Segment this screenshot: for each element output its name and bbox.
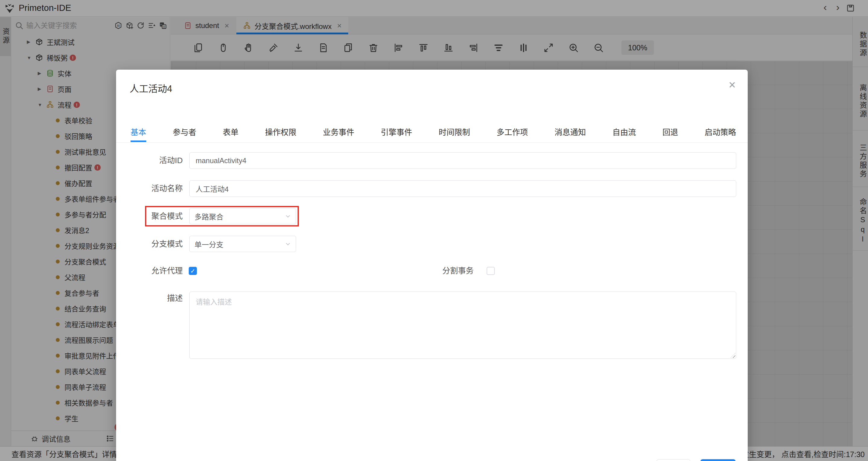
- aggregate-mode-select[interactable]: 多路聚合: [189, 208, 296, 224]
- dialog-tab[interactable]: 基本: [130, 126, 146, 140]
- aggregate-mode-label: 聚合模式: [116, 208, 183, 224]
- dialog-title: 人工活动4: [130, 81, 172, 95]
- dialog-tab[interactable]: 回退: [662, 126, 678, 140]
- confirm-button[interactable]: [701, 459, 736, 461]
- allow-delegate-label: 允许代理: [116, 267, 183, 275]
- aggregate-mode-value: 多路聚合: [194, 211, 223, 222]
- split-transaction-checkbox[interactable]: [487, 267, 495, 275]
- branch-mode-label: 分支模式: [116, 236, 183, 252]
- app-window: Primeton-IDE ‹ › 资源 AIEn文 ▶王斌测试▼稀饭粥!▶实体▶…: [0, 0, 868, 461]
- dialog-tab[interactable]: 引擎事件: [381, 126, 412, 140]
- activity-name-label: 活动名称: [116, 180, 183, 197]
- dialog-tab[interactable]: 自由流: [612, 126, 636, 140]
- chevron-down-icon: [285, 241, 291, 247]
- activity-id-label: 活动ID: [116, 152, 183, 169]
- tabs-divider: [116, 142, 748, 143]
- branch-mode-value: 单一分支: [194, 239, 223, 249]
- dialog-tab[interactable]: 参与者: [173, 126, 196, 140]
- chevron-down-icon: [285, 213, 291, 219]
- close-icon[interactable]: ×: [729, 79, 736, 91]
- dialog-tab[interactable]: 业务事件: [323, 126, 354, 140]
- dialog-tab[interactable]: 消息通知: [554, 126, 586, 140]
- dialog-tab[interactable]: 操作权限: [265, 126, 297, 140]
- activity-settings-dialog: 人工活动4 × 基本参与者表单操作权限业务事件引擎事件时间限制多工作项消息通知自…: [116, 70, 748, 461]
- dialog-tab[interactable]: 启动策略: [705, 126, 736, 140]
- activity-name-input[interactable]: [189, 180, 736, 197]
- dialog-tab[interactable]: 时间限制: [439, 126, 470, 140]
- description-label: 描述: [116, 294, 183, 302]
- branch-mode-select[interactable]: 单一分支: [189, 236, 296, 252]
- dialog-tabs: 基本参与者表单操作权限业务事件引擎事件时间限制多工作项消息通知自由流回退启动策略: [130, 126, 736, 140]
- allow-delegate-checkbox[interactable]: ✓: [189, 267, 197, 275]
- description-textarea[interactable]: [189, 291, 736, 359]
- activity-id-input[interactable]: [189, 152, 736, 169]
- split-transaction-label: 分割事务: [388, 267, 474, 275]
- cancel-button[interactable]: [656, 459, 690, 461]
- dialog-tab[interactable]: 表单: [223, 126, 239, 140]
- dialog-tab[interactable]: 多工作项: [497, 126, 528, 140]
